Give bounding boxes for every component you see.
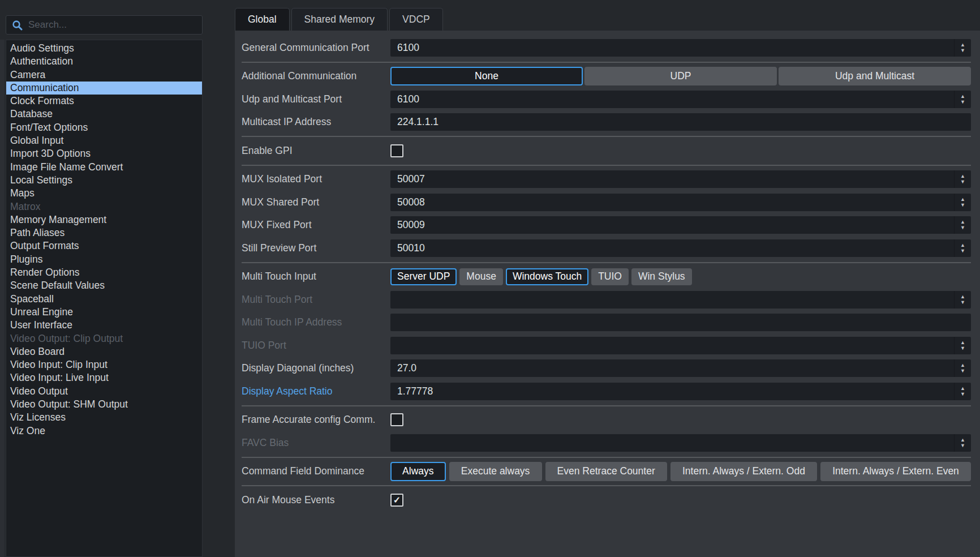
option-intern-always-extern-even-button[interactable]: Intern. Always / Extern. Even (820, 462, 971, 481)
settings-list: Audio SettingsAuthenticationCameraCommun… (6, 40, 203, 557)
favc-bias-spin-up-button[interactable]: ▲ (960, 438, 965, 443)
udp-and-multicast-port-spin-up-button[interactable]: ▲ (960, 94, 965, 99)
option-udp-button[interactable]: UDP (584, 67, 777, 85)
mux-shared-port-field-wrap: ▲▼ (390, 194, 971, 211)
sidebar-item-memory-management[interactable]: Memory Management (6, 213, 202, 226)
on-air-mouse-events-checkbox[interactable]: ✓ (390, 494, 403, 507)
tuio-port-spin-up-button[interactable]: ▲ (960, 340, 965, 345)
mux-fixed-port-spin-down-button[interactable]: ▼ (960, 225, 965, 230)
sidebar-item-import-3d-options[interactable]: Import 3D Options (6, 147, 202, 160)
still-preview-port-input[interactable] (390, 239, 954, 257)
sidebar-item-scene-default-values[interactable]: Scene Default Values (6, 279, 202, 292)
mux-fixed-port-spinner: ▲▼ (954, 216, 971, 234)
sidebar-item-authentication[interactable]: Authentication (6, 55, 202, 68)
sidebar-item-maps[interactable]: Maps (6, 187, 202, 200)
display-aspect-ratio-spin-down-button[interactable]: ▼ (960, 392, 965, 397)
option-udp-and-multicast-button[interactable]: Udp and Multicast (779, 67, 971, 85)
tab-vdcp[interactable]: VDCP (389, 8, 443, 31)
sidebar-item-user-interface[interactable]: User Interface (6, 319, 202, 332)
multi-touch-ip-address-input[interactable] (390, 314, 971, 331)
still-preview-port-spin-down-button[interactable]: ▼ (960, 248, 965, 254)
option-mouse-button[interactable]: Mouse (459, 268, 503, 285)
tuio-port-input[interactable] (390, 337, 954, 354)
sidebar-item-video-output[interactable]: Video Output (6, 385, 202, 398)
display-aspect-ratio-spin-up-button[interactable]: ▲ (960, 386, 965, 391)
option-windows-touch-button[interactable]: Windows Touch (506, 268, 588, 285)
option-even-retrace-counter-button[interactable]: Even Retrace Counter (545, 462, 667, 481)
multi-touch-port-spin-down-button[interactable]: ▼ (960, 300, 965, 305)
sidebar-item-clock-formats[interactable]: Clock Formats (6, 95, 202, 108)
sidebar-item-matrox[interactable]: Matrox (6, 200, 202, 213)
tuio-port-spin-down-button[interactable]: ▼ (960, 346, 965, 351)
option-execute-always-button[interactable]: Execute always (449, 462, 542, 481)
sidebar-item-video-board[interactable]: Video Board (6, 345, 202, 358)
frame-accurate-config-comm-checkbox[interactable] (390, 413, 403, 426)
display-diagonal-inches-spin-up-button[interactable]: ▲ (960, 363, 965, 368)
option-server-udp-button[interactable]: Server UDP (390, 268, 457, 285)
mux-fixed-port-spin-up-button[interactable]: ▲ (960, 220, 965, 225)
mux-fixed-port-input[interactable] (390, 216, 954, 234)
multi-touch-port-spin-up-button[interactable]: ▲ (960, 294, 965, 299)
sidebar-item-video-output-shm-output[interactable]: Video Output: SHM Output (6, 398, 202, 411)
mux-isolated-port-spin-down-button[interactable]: ▼ (960, 179, 965, 185)
tab-global[interactable]: Global (235, 8, 290, 31)
sidebar-item-output-formats[interactable]: Output Formats (6, 239, 202, 252)
display-aspect-ratio-label[interactable]: Display Aspect Ratio (242, 385, 390, 397)
mux-isolated-port-input[interactable] (390, 170, 954, 188)
sidebar-item-local-settings[interactable]: Local Settings (6, 174, 202, 187)
mux-isolated-port-spin-up-button[interactable]: ▲ (960, 174, 965, 179)
multicast-ip-address-input[interactable] (390, 113, 971, 131)
display-diagonal-inches-control: ▲▼ (390, 359, 971, 377)
multi-touch-port-input[interactable] (390, 291, 954, 309)
option-always-button[interactable]: Always (390, 462, 446, 481)
sidebar-item-path-aliases[interactable]: Path Aliases (6, 226, 202, 239)
sidebar-item-video-input-clip-input[interactable]: Video Input: Clip Input (6, 358, 202, 371)
display-diagonal-inches-input[interactable] (390, 359, 954, 377)
display-diagonal-inches-spin-down-button[interactable]: ▼ (960, 369, 965, 374)
tab-shared-memory[interactable]: Shared Memory (291, 8, 388, 31)
general-communication-port-input[interactable] (390, 39, 954, 57)
search-icon (12, 20, 23, 31)
option-tuio-button[interactable]: TUIO (591, 268, 629, 285)
sidebar-item-communication[interactable]: Communication (6, 82, 202, 95)
sidebar-item-camera[interactable]: Camera (6, 68, 202, 82)
option-intern-always-extern-odd-button[interactable]: Intern. Always / Extern. Odd (670, 462, 817, 481)
option-none-button[interactable]: None (390, 67, 583, 85)
additional-communication-button-group: NoneUDPUdp and Multicast (390, 67, 971, 85)
sidebar-item-video-output-clip-output[interactable]: Video Output: Clip Output (6, 332, 202, 345)
favc-bias-spin-down-button[interactable]: ▼ (960, 443, 965, 448)
row-enable-gpi: Enable GPI (242, 139, 971, 162)
still-preview-port-spin-up-button[interactable]: ▲ (960, 243, 965, 248)
sidebar-item-viz-licenses[interactable]: Viz Licenses (6, 411, 202, 424)
udp-and-multicast-port-input[interactable] (390, 91, 954, 108)
group-divider (242, 485, 971, 486)
search-input[interactable] (28, 19, 196, 31)
udp-and-multicast-port-spin-down-button[interactable]: ▼ (960, 100, 965, 105)
sidebar-item-audio-settings[interactable]: Audio Settings (6, 42, 202, 55)
sidebar-item-global-input[interactable]: Global Input (6, 134, 202, 147)
search-box[interactable] (6, 15, 203, 35)
favc-bias-input[interactable] (390, 434, 954, 452)
display-aspect-ratio-input[interactable] (390, 383, 954, 400)
additional-communication-control: NoneUDPUdp and Multicast (390, 67, 971, 85)
sidebar-item-viz-one[interactable]: Viz One (6, 425, 202, 438)
sidebar-item-plugins[interactable]: Plugins (6, 253, 202, 266)
mux-shared-port-input[interactable] (390, 194, 954, 211)
multi-touch-port-label: Multi Touch Port (242, 294, 390, 306)
row-mux-shared-port: MUX Shared Port▲▼ (242, 191, 971, 214)
enable-gpi-checkbox[interactable] (390, 144, 403, 157)
sidebar-item-render-options[interactable]: Render Options (6, 266, 202, 279)
mux-shared-port-spin-down-button[interactable]: ▼ (960, 203, 965, 208)
general-communication-port-spin-down-button[interactable]: ▼ (960, 48, 965, 53)
sidebar-item-video-input-live-input[interactable]: Video Input: Live Input (6, 371, 202, 384)
display-aspect-ratio-field-wrap: ▲▼ (390, 383, 971, 400)
sidebar-item-image-file-name-convert[interactable]: Image File Name Convert (6, 161, 202, 174)
mux-shared-port-spin-up-button[interactable]: ▲ (960, 197, 965, 202)
sidebar-item-spaceball[interactable]: Spaceball (6, 293, 202, 306)
sidebar-item-database[interactable]: Database (6, 108, 202, 121)
option-win-stylus-button[interactable]: Win Stylus (631, 268, 692, 285)
sidebar-item-font-text-options[interactable]: Font/Text Options (6, 121, 202, 134)
sidebar-item-unreal-engine[interactable]: Unreal Engine (6, 306, 202, 319)
udp-and-multicast-port-control: ▲▼ (390, 91, 971, 108)
general-communication-port-spin-up-button[interactable]: ▲ (960, 42, 965, 48)
